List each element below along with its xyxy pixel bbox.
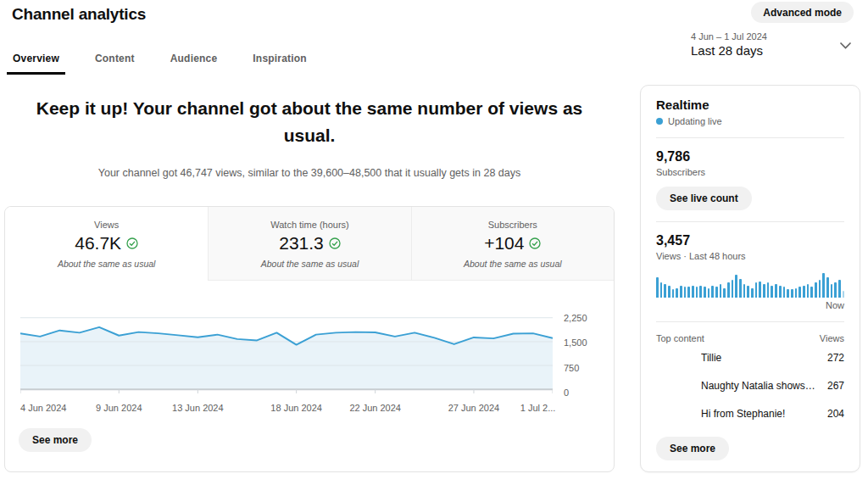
hourly-views-bar[interactable] — [656, 277, 659, 298]
hourly-views-bar[interactable] — [711, 286, 714, 298]
hourly-views-bar-chart[interactable] — [656, 272, 844, 298]
status-check-icon — [126, 237, 138, 249]
realtime-views-value: 3,457 — [656, 233, 844, 248]
hourly-views-bar[interactable] — [715, 287, 718, 298]
x-tick-label: 22 Jun 2024 — [349, 403, 401, 413]
video-title: Hi from Stephanie! — [701, 408, 818, 420]
hourly-views-bar[interactable] — [826, 277, 829, 298]
now-label: Now — [656, 300, 844, 310]
y-tick-label: 1,500 — [564, 337, 587, 348]
page-title: Channel analytics — [12, 5, 146, 24]
hourly-views-bar[interactable] — [751, 288, 754, 298]
hourly-views-bar[interactable] — [783, 287, 786, 298]
video-title: Tillie — [701, 352, 818, 364]
x-tick-label: 9 Jun 2024 — [96, 403, 142, 413]
hourly-views-bar[interactable] — [723, 288, 726, 298]
metric-tab-subscribers[interactable]: Subscribers +104 About the same as usual — [411, 207, 614, 281]
x-axis-labels: 4 Jun 20249 Jun 202413 Jun 202418 Jun 20… — [20, 396, 553, 416]
metric-value: 46.7K — [75, 233, 121, 254]
hourly-views-bar[interactable] — [791, 289, 793, 298]
metric-label: Subscribers — [412, 220, 614, 230]
y-tick-label: 2,250 — [564, 313, 587, 323]
hourly-views-bar[interactable] — [735, 275, 737, 298]
hourly-views-bar[interactable] — [696, 287, 698, 298]
hourly-views-bar[interactable] — [743, 284, 746, 298]
video-thumbnail[interactable] — [656, 404, 692, 424]
video-thumbnail[interactable] — [656, 376, 692, 396]
hourly-views-bar[interactable] — [810, 287, 813, 298]
hourly-views-bar[interactable] — [755, 282, 758, 298]
hourly-views-bar[interactable] — [720, 284, 722, 298]
see-live-count-button[interactable]: See live count — [656, 187, 752, 210]
hourly-views-bar[interactable] — [739, 279, 742, 298]
tab-content[interactable]: Content — [89, 47, 141, 75]
summary-subtext: Your channel got 46,747 views, similar t… — [0, 167, 619, 179]
video-thumbnail[interactable] — [656, 348, 692, 368]
line-chart-plot[interactable] — [20, 311, 553, 396]
hourly-views-bar[interactable] — [687, 287, 690, 298]
hourly-views-bar[interactable] — [708, 288, 710, 298]
hourly-views-bar[interactable] — [668, 286, 670, 298]
hourly-views-bar[interactable] — [831, 284, 833, 298]
hourly-views-bar[interactable] — [795, 288, 798, 298]
hourly-views-bar[interactable] — [692, 286, 694, 298]
divider — [656, 137, 844, 138]
hourly-views-bar[interactable] — [660, 282, 663, 298]
hourly-views-bar[interactable] — [680, 286, 682, 298]
realtime-card: Realtime Updating live 9,786 Subscribers… — [640, 85, 860, 472]
hourly-views-bar[interactable] — [664, 284, 666, 298]
hourly-views-bar[interactable] — [779, 286, 782, 298]
metric-note: About the same as usual — [209, 259, 410, 269]
advanced-mode-button[interactable]: Advanced mode — [751, 2, 854, 23]
hourly-views-bar[interactable] — [787, 289, 789, 298]
metric-tab-views[interactable]: Views 46.7K About the same as usual — [5, 207, 208, 281]
hourly-views-bar[interactable] — [815, 282, 817, 298]
hourly-views-bar[interactable] — [672, 289, 675, 298]
summary-headline: Keep it up! Your channel got about the s… — [30, 95, 589, 148]
hourly-views-bar[interactable] — [803, 286, 805, 298]
metric-label: Watch time (hours) — [209, 220, 410, 230]
y-axis-labels: 07501,5002,250 — [553, 311, 614, 396]
hourly-views-bar[interactable] — [704, 287, 706, 298]
x-tick-label: 18 Jun 2024 — [270, 403, 322, 413]
hourly-views-bar[interactable] — [684, 287, 687, 298]
tab-inspiration[interactable]: Inspiration — [247, 47, 313, 75]
video-title: Naughty Natalia shows off ... — [701, 380, 818, 392]
metric-tab-watch-time[interactable]: Watch time (hours) 231.3 About the same … — [208, 207, 410, 281]
hourly-views-bar[interactable] — [819, 280, 821, 298]
date-range-picker[interactable]: 4 Jun – 1 Jul 2024 Last 28 days — [691, 31, 852, 59]
divider — [656, 321, 844, 322]
hourly-views-bar[interactable] — [807, 284, 810, 298]
top-content-header: Top content — [656, 333, 704, 343]
metric-note: About the same as usual — [412, 259, 614, 269]
tab-audience[interactable]: Audience — [164, 47, 224, 75]
x-tick-label: 4 Jun 2024 — [20, 403, 66, 413]
updating-live-label: Updating live — [668, 116, 722, 126]
hourly-views-bar[interactable] — [838, 280, 841, 298]
top-content-row[interactable]: Tillie 272 — [656, 343, 844, 371]
hourly-views-bar[interactable] — [775, 284, 777, 298]
tab-overview[interactable]: Overview — [7, 47, 65, 75]
hourly-views-bar[interactable] — [763, 284, 765, 298]
summary-section: Keep it up! Your channel got about the s… — [0, 95, 619, 179]
top-content-views-header: Views — [820, 333, 844, 343]
hourly-views-bar[interactable] — [759, 282, 761, 298]
metric-value: 231.3 — [279, 233, 324, 254]
hourly-views-bar[interactable] — [843, 291, 845, 298]
realtime-subscribers-label: Subscribers — [656, 167, 844, 177]
hourly-views-bar[interactable] — [732, 280, 734, 298]
hourly-views-bar[interactable] — [747, 286, 749, 298]
hourly-views-bar[interactable] — [771, 286, 773, 298]
hourly-views-bar[interactable] — [699, 286, 702, 298]
hourly-views-bar[interactable] — [676, 288, 678, 298]
hourly-views-bar[interactable] — [767, 282, 770, 298]
hourly-views-bar[interactable] — [727, 282, 730, 298]
hourly-views-bar[interactable] — [834, 282, 837, 298]
realtime-title: Realtime — [656, 98, 844, 112]
top-content-row[interactable]: Hi from Stephanie! 204 — [656, 399, 844, 427]
top-content-row[interactable]: Naughty Natalia shows off ... 267 — [656, 371, 844, 399]
hourly-views-bar[interactable] — [798, 287, 801, 298]
hourly-views-bar[interactable] — [822, 273, 825, 298]
see-more-button[interactable]: See more — [656, 437, 729, 460]
see-more-button[interactable]: See more — [19, 428, 92, 452]
